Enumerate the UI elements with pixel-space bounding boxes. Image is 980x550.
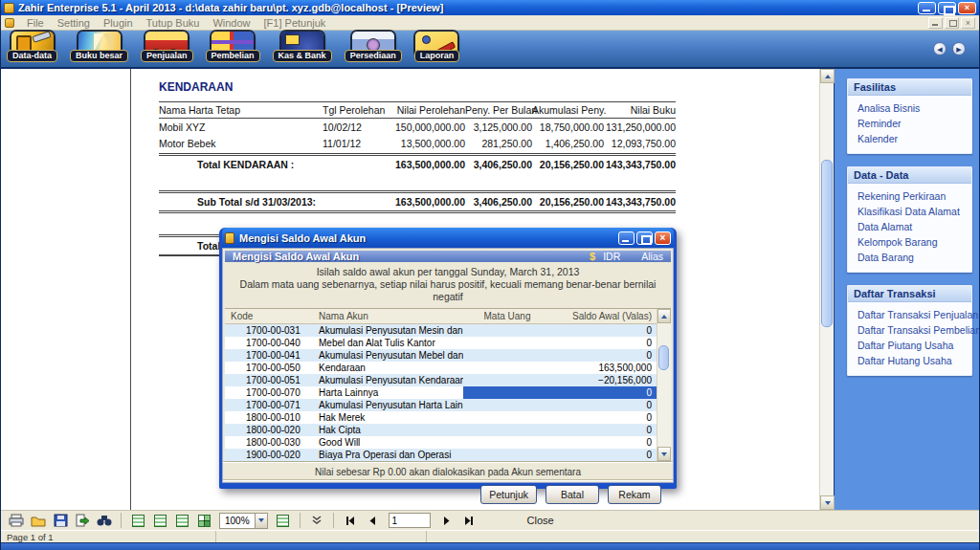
nav-forward-icon[interactable]: ▶ bbox=[952, 42, 966, 55]
dialog-table-row[interactable]: 1700-00-070Harta Lainnya0 bbox=[225, 386, 657, 399]
dialog-scrollbar[interactable] bbox=[657, 309, 671, 461]
dialog-table-row[interactable]: 1700-00-041Akumulasi Penyusutan Mebel da… bbox=[225, 349, 657, 362]
sidebar-item-data-alamat[interactable]: Data Alamat bbox=[858, 219, 968, 234]
dialog-table-row[interactable]: 1700-00-051Akumulasi Penyusutan Kendaraa… bbox=[225, 374, 657, 386]
scroll-down-icon[interactable] bbox=[820, 495, 835, 510]
normal-view-icon bbox=[176, 515, 189, 527]
preview-scrollbar-thumb[interactable] bbox=[821, 160, 833, 327]
view-normal-button[interactable] bbox=[172, 512, 191, 529]
minimize-button[interactable] bbox=[918, 2, 936, 14]
last-page-button[interactable] bbox=[459, 512, 479, 529]
sidebar-item-analisa-bisnis[interactable]: Analisa Bisnis bbox=[858, 100, 968, 116]
dialog-table-row[interactable]: 1700-00-031Akumulasi Penyusutan Mesin da… bbox=[225, 324, 657, 337]
folder-open-icon bbox=[31, 515, 46, 527]
zoom-select[interactable]: 100% bbox=[219, 513, 268, 529]
sidebar-panel-title: Data - Data bbox=[848, 167, 971, 184]
sidebar-item-kelompok-barang[interactable]: Kelompok Barang bbox=[858, 234, 968, 250]
sidebar-item-daftar-hutang-usaha[interactable]: Daftar Hutang Usaha bbox=[858, 353, 968, 368]
report-column-header: Nilai Perolehan bbox=[382, 104, 465, 116]
instruction-line-1: Isilah saldo awal akun per tanggal Sunda… bbox=[227, 266, 669, 278]
toolbar-laporan-button[interactable]: Laporan bbox=[414, 32, 460, 62]
sidebar-item-daftar-piutang-usaha[interactable]: Daftar Piutang Usaha bbox=[858, 338, 968, 353]
dialog-table-row[interactable]: 1700-00-050Kendaraan163,500,000 bbox=[225, 362, 657, 374]
dialog-button-petunjuk[interactable]: Petunjuk bbox=[480, 485, 537, 504]
nav-back-icon[interactable]: ◀ bbox=[933, 42, 947, 55]
dialog-cell-kode: 1700-00-050 bbox=[225, 362, 316, 374]
dialog-scrollbar-thumb[interactable] bbox=[658, 345, 669, 370]
continuous-view-button[interactable] bbox=[274, 512, 293, 529]
dialog-scroll-down-icon[interactable] bbox=[657, 447, 671, 461]
save-button[interactable] bbox=[51, 512, 70, 529]
sidebar-item-daftar-transaksi-penjualan[interactable]: Daftar Transaksi Penjualan bbox=[858, 307, 968, 322]
sidebar-item-daftar-transaksi-pembelian[interactable]: Daftar Transaksi Pembelian bbox=[858, 322, 968, 338]
menu-item-plugin[interactable]: Plugin bbox=[97, 16, 140, 30]
dialog-minimize-button[interactable] bbox=[618, 231, 635, 245]
toolbar-kas-bank-button[interactable]: Kas & Bank bbox=[273, 32, 332, 62]
export-button[interactable] bbox=[73, 512, 92, 529]
dialog-button-rekam[interactable]: Rekam bbox=[608, 485, 661, 504]
save-icon bbox=[54, 514, 68, 527]
view-multipage-button[interactable] bbox=[194, 512, 213, 529]
dialog-column-header: Saldo Awal (Valas) bbox=[551, 310, 657, 322]
toolbar-penjualan-button[interactable]: Penjualan bbox=[141, 32, 193, 62]
report-cell: 12,093,750.00 bbox=[604, 138, 676, 149]
mdi-restore-button[interactable] bbox=[945, 17, 959, 29]
toolbar-data-data-button[interactable]: Data-data bbox=[7, 32, 57, 62]
toolbar-pembelian-button[interactable]: Pembelian bbox=[206, 32, 260, 62]
find-button[interactable] bbox=[95, 512, 114, 529]
dialog-table-row[interactable]: 1800-00-020Hak Cipta0 bbox=[225, 424, 657, 436]
mdi-minimize-button[interactable] bbox=[928, 17, 943, 29]
next-page-button[interactable] bbox=[437, 512, 457, 529]
sidebar-item-reminder[interactable]: Reminder bbox=[858, 116, 968, 131]
sidebar-item-klasifikasi-data-alamat[interactable]: Klasifikasi Data Alamat bbox=[858, 204, 968, 219]
dialog-table-row[interactable]: 1900-00-020Biaya Pra Operasi dan Operasi… bbox=[225, 449, 657, 461]
dialog-cell-nama: Akumulasi Penyusutan Mesin dan Peralata bbox=[316, 324, 463, 337]
sidebar-item-rekening-perkiraan[interactable]: Rekening Perkiraan bbox=[858, 188, 968, 204]
zoom-dropdown-icon[interactable] bbox=[255, 514, 267, 528]
currency-code[interactable]: IDR bbox=[603, 251, 620, 262]
dialog-cell-kode: 1700-00-070 bbox=[225, 386, 316, 399]
report-cell: 131,250,000.00 bbox=[604, 121, 676, 133]
dialog-table-row[interactable]: 1700-00-040Mebel dan Alat Tulis Kantor0 bbox=[225, 337, 657, 349]
toolbar-buku-besar-button[interactable]: Buku besar bbox=[70, 32, 128, 62]
first-page-button[interactable] bbox=[341, 512, 360, 529]
collapse-button[interactable] bbox=[307, 512, 326, 529]
restore-button[interactable] bbox=[938, 2, 956, 14]
sidebar-item-data-barang[interactable]: Data Barang bbox=[858, 250, 968, 265]
close-preview-button[interactable]: Close bbox=[520, 515, 562, 526]
page-number-input[interactable] bbox=[389, 513, 431, 528]
dialog-table-row[interactable]: 1800-00-030Good Will0 bbox=[225, 436, 657, 449]
open-button[interactable] bbox=[29, 512, 48, 529]
menu-item-window[interactable]: Window bbox=[206, 16, 256, 30]
menu-item-file[interactable]: File bbox=[20, 16, 51, 30]
dialog-maximize-button[interactable] bbox=[636, 231, 653, 245]
report-cell: Mobil XYZ bbox=[159, 121, 315, 133]
menu-item-f1-petunjuk[interactable]: [F1] Petunjuk bbox=[257, 16, 333, 30]
alias-toggle[interactable]: Alias bbox=[641, 251, 663, 262]
menu-item-tutup-buku[interactable]: Tutup Buku bbox=[140, 16, 207, 30]
preview-scrollbar[interactable] bbox=[819, 69, 834, 510]
mdi-close-button[interactable]: × bbox=[961, 17, 975, 29]
print-button[interactable] bbox=[7, 512, 26, 529]
toolbar-persediaan-button[interactable]: Persediaan bbox=[345, 32, 402, 62]
report-cell: 150,000,000.00 bbox=[382, 121, 465, 133]
view-whole-page-button[interactable] bbox=[128, 512, 147, 529]
report-total-row: Total KENDARAAN :163,500,000.003,406,250… bbox=[159, 153, 676, 173]
dialog-table-row[interactable]: 1700-00-071Akumulasi Penyusutan Harta La… bbox=[225, 399, 657, 411]
scroll-up-icon[interactable] bbox=[820, 69, 835, 83]
menu-item-setting[interactable]: Setting bbox=[51, 16, 97, 30]
sidebar-panels: FasilitasAnalisa BisnisReminderKalenderD… bbox=[847, 78, 972, 376]
close-button[interactable]: × bbox=[958, 2, 976, 14]
sidebar-item-kalender[interactable]: Kalender bbox=[858, 131, 968, 146]
dialog-scroll-up-icon[interactable] bbox=[657, 309, 671, 323]
dialog-cell-mata bbox=[463, 374, 551, 386]
dialog-close-button[interactable]: × bbox=[655, 231, 671, 245]
dialog-cell-nama: Harta Lainnya bbox=[316, 386, 463, 399]
previous-page-button[interactable] bbox=[363, 512, 382, 529]
dialog-button-batal[interactable]: Batal bbox=[546, 485, 599, 504]
report-header-row: Nama Harta TetapTgl PerolehanNilai Perol… bbox=[159, 101, 676, 119]
dialog-title-bar[interactable]: Mengisi Saldo Awal Akun × bbox=[222, 228, 674, 248]
sidebar-panel-title: Daftar Transaksi bbox=[848, 286, 971, 302]
view-page-width-button[interactable] bbox=[150, 512, 169, 529]
dialog-table-row[interactable]: 1800-00-010Hak Merek0 bbox=[225, 411, 657, 424]
